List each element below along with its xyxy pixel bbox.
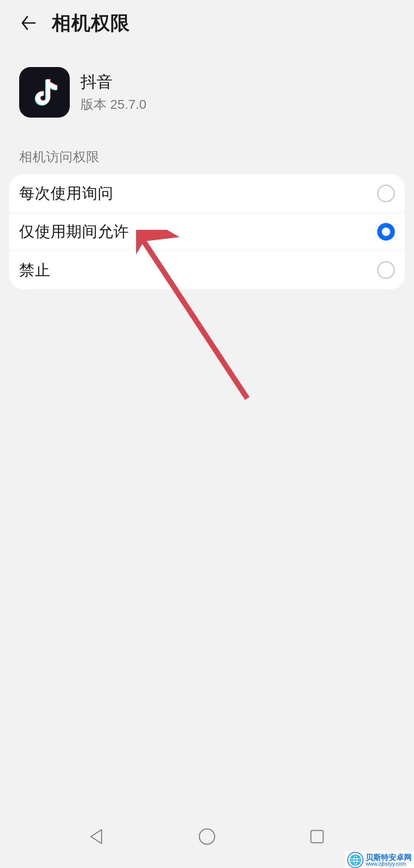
radio-checked-icon	[377, 223, 395, 241]
svg-rect-4	[311, 830, 323, 843]
nav-home-button[interactable]	[194, 823, 220, 850]
option-ask-each-time[interactable]: 每次使用询问	[9, 174, 405, 213]
option-allow-while-using[interactable]: 仅使用期间允许	[9, 213, 405, 251]
section-label: 相机访问权限	[0, 137, 414, 174]
watermark-text: 贝斯特安卓网 www.zjbstyy.com	[366, 853, 412, 866]
square-recent-icon	[308, 827, 326, 846]
watermark-subtitle: www.zjbstyy.com	[366, 861, 412, 866]
app-text: 抖音 版本 25.7.0	[80, 71, 146, 113]
radio-unchecked-icon	[377, 261, 395, 279]
app-version: 版本 25.7.0	[80, 96, 146, 113]
svg-point-3	[199, 829, 215, 844]
option-label: 仅使用期间允许	[19, 221, 129, 242]
triangle-back-icon	[88, 827, 106, 846]
douyin-icon	[19, 67, 70, 118]
options-card: 每次使用询问 仅使用期间允许 禁止	[9, 174, 405, 289]
option-label: 每次使用询问	[19, 183, 113, 204]
watermark-title: 贝斯特安卓网	[366, 853, 412, 861]
nav-back-button[interactable]	[84, 823, 110, 850]
globe-icon: 🌐	[347, 852, 363, 868]
svg-marker-2	[91, 830, 102, 843]
option-deny[interactable]: 禁止	[9, 251, 405, 289]
radio-unchecked-icon	[377, 185, 395, 202]
page-title: 相机权限	[52, 10, 130, 36]
watermark: 🌐 贝斯特安卓网 www.zjbstyy.com	[345, 851, 414, 868]
arrow-left-icon	[20, 15, 37, 31]
circle-home-icon	[198, 827, 216, 846]
header: 相机权限	[0, 0, 414, 50]
back-button[interactable]	[19, 13, 38, 33]
app-info: 抖音 版本 25.7.0	[0, 50, 414, 137]
option-label: 禁止	[19, 260, 51, 281]
nav-recent-button[interactable]	[304, 823, 330, 850]
app-name: 抖音	[80, 71, 146, 93]
